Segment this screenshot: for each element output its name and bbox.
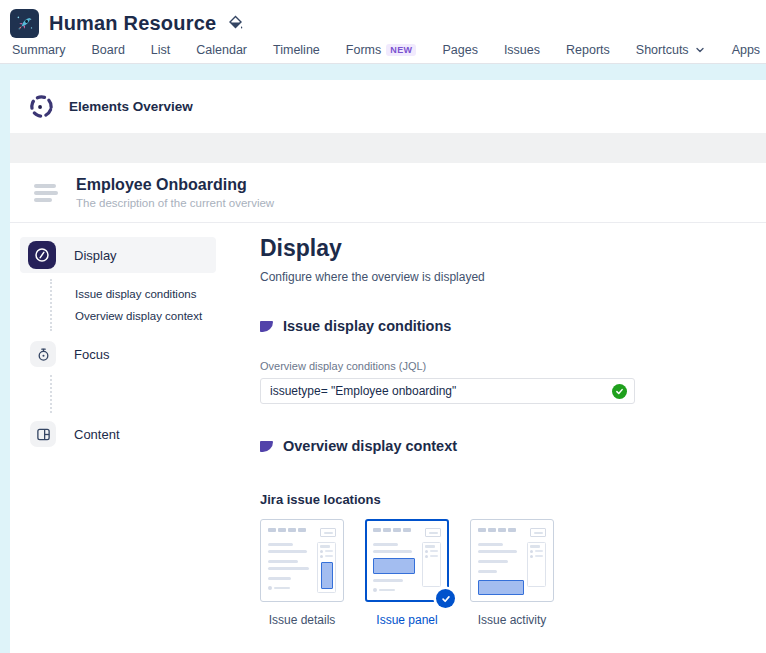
page-subtitle: Configure where the overview is displaye…	[260, 270, 742, 284]
section-bullet-icon	[260, 441, 273, 452]
dashed-circle-target-icon	[28, 93, 55, 120]
project-nav: Summary Board List Calendar Timeline For…	[10, 38, 766, 64]
highlight-panel-area	[373, 558, 415, 574]
tab-reports[interactable]: Reports	[566, 43, 610, 64]
issue-panel-wireframe	[373, 528, 441, 593]
tab-pages[interactable]: Pages	[442, 43, 477, 64]
sidebar-subitem-overview-display-context[interactable]: Overview display context	[52, 305, 248, 327]
jql-field-label: Overview display conditions (JQL)	[260, 360, 742, 372]
location-cards: Issue details	[260, 519, 742, 627]
settings-sidebar: Display Issue display conditions Overvie…	[10, 223, 248, 653]
sidebar-connector	[50, 375, 248, 413]
location-card-issue-panel[interactable]	[365, 519, 449, 602]
chevron-down-icon	[694, 44, 706, 56]
sidebar-item-display[interactable]: Display	[20, 237, 216, 273]
issue-details-wireframe	[268, 528, 336, 593]
new-badge: NEW	[386, 44, 416, 56]
location-label: Issue panel	[376, 613, 437, 627]
project-title: Human Resource	[49, 12, 216, 35]
issue-activity-wireframe	[478, 528, 546, 593]
valid-check-icon	[612, 384, 627, 399]
sidebar-item-label: Display	[74, 248, 117, 263]
tab-calendar[interactable]: Calendar	[196, 43, 247, 64]
section-issue-display-conditions: Issue display conditions	[260, 318, 742, 334]
jql-input[interactable]	[260, 378, 635, 404]
section-bullet-icon	[260, 321, 273, 332]
tab-shortcuts[interactable]: Shortcuts	[636, 43, 706, 64]
focus-icon	[30, 341, 56, 367]
sidebar-item-focus[interactable]: Focus	[20, 337, 216, 371]
project-avatar rocket-icon	[10, 9, 39, 38]
page-root: Human Resource Summary Board List Calend…	[0, 0, 766, 653]
tab-forms[interactable]: Forms NEW	[346, 43, 417, 64]
content-layout-icon	[30, 421, 56, 447]
section-overview-display-context: Overview display context	[260, 438, 742, 454]
tab-list[interactable]: List	[151, 43, 170, 64]
page-title: Display	[260, 235, 742, 262]
tab-summary[interactable]: Summary	[12, 43, 65, 64]
overview-title: Employee Onboarding	[76, 176, 274, 194]
location-label: Issue details	[269, 613, 336, 627]
drag-handle-icon[interactable]	[34, 184, 58, 202]
location-card-issue-details[interactable]	[260, 519, 344, 602]
elements-overview-bar: Elements Overview	[10, 80, 766, 133]
project-header: Human Resource Summary Board List Calend…	[0, 0, 766, 64]
highlight-details-panel	[321, 562, 333, 589]
separator-band	[10, 133, 766, 163]
overview-subtitle: The description of the current overview	[76, 197, 274, 209]
page-gap	[0, 64, 766, 80]
overview-header: Employee Onboarding The description of t…	[10, 163, 766, 223]
tab-apps[interactable]: Apps	[732, 43, 766, 64]
settings-panel: Employee Onboarding The description of t…	[10, 163, 766, 653]
sidebar-item-content[interactable]: Content	[20, 417, 216, 451]
app-bar-title: Elements Overview	[69, 99, 193, 114]
location-card-issue-activity[interactable]	[470, 519, 554, 602]
tab-board[interactable]: Board	[91, 43, 124, 64]
paint-bucket-icon[interactable]	[228, 15, 244, 31]
display-sub-items: Issue display conditions Overview displa…	[50, 279, 248, 331]
highlight-activity-area	[478, 580, 524, 595]
display-settings-main: Display Configure where the overview is …	[248, 223, 766, 653]
tab-issues[interactable]: Issues	[504, 43, 540, 64]
jira-issue-locations-label: Jira issue locations	[260, 492, 742, 507]
display-icon	[28, 241, 56, 269]
sidebar-item-label: Focus	[74, 347, 109, 362]
selected-check-icon	[436, 589, 455, 608]
tab-timeline[interactable]: Timeline	[273, 43, 320, 64]
sidebar-item-label: Content	[74, 427, 120, 442]
location-label: Issue activity	[478, 613, 547, 627]
sidebar-subitem-issue-display-conditions[interactable]: Issue display conditions	[52, 283, 248, 305]
